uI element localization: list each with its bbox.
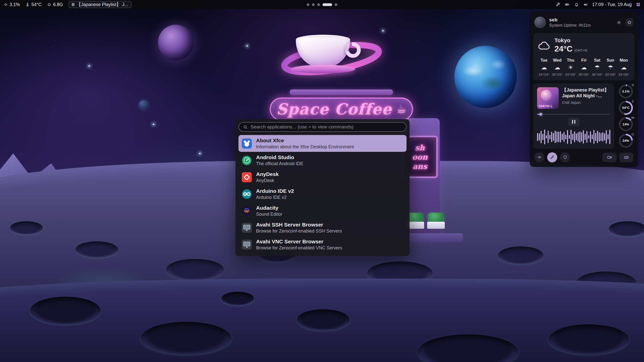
pause-icon	[72, 3, 74, 6]
tools-icon[interactable]	[556, 2, 560, 7]
chip-icon	[47, 3, 51, 7]
neon-sign: Space Coffee ☕	[270, 98, 413, 121]
battery-icon[interactable]	[565, 2, 570, 7]
media-pill-label: 【Japanese Playlist】 J...	[76, 2, 128, 8]
app-row-android-studio[interactable]: Android Studio The official Android IDE	[238, 152, 407, 169]
xfce-icon	[242, 138, 252, 149]
power-icon	[627, 20, 632, 25]
app-description: Information about the Xfce Desktop Envir…	[256, 144, 354, 150]
screen-record-button[interactable]	[602, 153, 617, 162]
volume-icon[interactable]	[583, 2, 588, 7]
hedge	[428, 213, 444, 223]
crater	[297, 309, 350, 330]
forecast-temps: 33°/26°	[564, 73, 577, 76]
color-picker-button[interactable]	[547, 152, 557, 162]
crater	[141, 322, 231, 354]
forecast-temps: 36°/26°	[590, 73, 604, 76]
search-icon	[243, 125, 248, 129]
desktop: Space Coffee ☕ sh oon ans 3.1% 54°C	[0, 0, 644, 362]
gear-icon	[617, 20, 621, 25]
app-description: Arduino IDE v2	[256, 195, 294, 200]
forecast-day: Sun	[604, 58, 617, 63]
workspace-dot[interactable]	[335, 3, 337, 6]
keyboard-button[interactable]	[619, 153, 633, 162]
forecast-row: Tue Wed Thu Fri Sat Sun Mon ☁ ☁ ☀ ☁ ☂ ☂ …	[537, 58, 630, 76]
forecast-temps: 33°/26°	[617, 73, 630, 76]
anydesk-icon	[242, 172, 252, 183]
memory-stat[interactable]: 6.8G	[47, 2, 63, 7]
cpu-gauge: 3.1%	[619, 84, 633, 99]
workspace-active[interactable]	[323, 3, 332, 6]
weather-card: Tokyo 24°C (GMT+9) Tue Wed Thu Fri Sat S…	[533, 33, 634, 80]
workspace-dot[interactable]	[307, 3, 309, 6]
media-player-card: TOKYO L 【Japanese Playlist】 Japan All Ni…	[533, 83, 614, 149]
pause-button[interactable]	[568, 118, 580, 126]
forecast-day: Mon	[617, 58, 630, 63]
forecast-day: Wed	[551, 58, 564, 63]
app-launcher: About Xfce Information about the Xfce De…	[235, 119, 410, 256]
window-neon-text: oon	[412, 153, 428, 161]
power-button[interactable]	[625, 18, 633, 26]
crater	[548, 324, 629, 354]
app-row-about-xfce[interactable]: About Xfce Information about the Xfce De…	[238, 135, 407, 152]
planet-purple	[158, 25, 194, 60]
media-subtitle: Chill Japan.	[562, 100, 610, 105]
forecast-temps: 33°/24°	[537, 73, 551, 76]
crater	[10, 221, 43, 234]
app-name: Audacity	[256, 205, 282, 211]
planter	[427, 222, 445, 229]
app-grid-icon[interactable]	[636, 2, 640, 7]
album-art: TOKYO L	[537, 87, 559, 109]
app-row-anydesk[interactable]: AnyDesk AnyDesk	[238, 169, 407, 186]
topbar-stats: 3.1% 54°C 6.8G 【Japanese Playlist】 J...	[4, 1, 132, 8]
cpu-value: 3.1%	[10, 2, 20, 7]
shield-icon	[563, 155, 567, 159]
waveform	[537, 129, 610, 145]
media-progress-bar[interactable]	[537, 113, 610, 115]
weather-glyph-icon: ☀	[564, 64, 577, 71]
app-row-arduino[interactable]: Arduino IDE v2 Arduino IDE v2	[238, 186, 407, 202]
crater	[609, 221, 644, 236]
search-input[interactable]	[251, 124, 402, 130]
app-row-avahi-vnc[interactable]: Avahi VNC Server Browser Browse for Zero…	[238, 236, 407, 253]
forecast-temps: 33°/26°	[604, 73, 617, 76]
media-pill[interactable]: 【Japanese Playlist】 J...	[68, 1, 132, 8]
weather-glyph-icon: ☂	[590, 64, 604, 71]
bright-star	[153, 124, 154, 125]
app-row-avahi-ssh[interactable]: Avahi SSH Server Browser Browse for Zero…	[238, 219, 407, 236]
performance-toggle-button[interactable]	[534, 152, 544, 162]
avatar	[534, 17, 546, 28]
progress-knob[interactable]	[539, 113, 542, 116]
album-art-label: TOKYO L	[539, 105, 553, 108]
temperature-stat[interactable]: 54°C	[25, 2, 42, 7]
monitor-icon	[242, 222, 252, 233]
temperature-value: 54°C	[31, 2, 42, 7]
eyedropper-icon	[550, 155, 554, 159]
arduino-icon	[242, 189, 252, 199]
bright-star	[247, 45, 248, 47]
crater	[498, 246, 543, 264]
clock[interactable]: 17:09 - Tue, 19 Aug	[592, 2, 632, 7]
cpu-stat[interactable]: 3.1%	[4, 2, 20, 7]
weather-city: Tokyo	[554, 37, 587, 44]
neon-sign-text: Space Coffee	[276, 100, 392, 118]
forecast-temps: 35°/26°	[577, 73, 591, 76]
dashboard-panel: seb System Uptime: 4h11m Tokyo 24°C	[530, 12, 638, 167]
app-description: Sound Editor	[256, 211, 282, 217]
app-name: Avahi SSH Server Browser	[256, 221, 342, 228]
app-row-audacity[interactable]: Audacity Sound Editor	[238, 202, 407, 219]
shield-toggle-button[interactable]	[560, 152, 570, 162]
weather-glyph-icon: ☁	[577, 64, 591, 71]
weather-glyph-icon: ☁	[617, 64, 630, 71]
forecast-temps: 35°/25°	[551, 73, 564, 76]
forecast-day: Sat	[590, 58, 604, 63]
app-name: AnyDesk	[256, 171, 279, 177]
app-name: About Xfce	[256, 137, 354, 144]
cpu-icon	[631, 83, 634, 87]
workspace-dot[interactable]	[312, 3, 315, 6]
window-neon-text: sh	[415, 144, 425, 152]
workspace-dot[interactable]	[317, 3, 320, 6]
settings-button[interactable]	[615, 18, 623, 26]
audacity-icon	[242, 206, 252, 216]
bell-icon[interactable]	[574, 2, 579, 7]
